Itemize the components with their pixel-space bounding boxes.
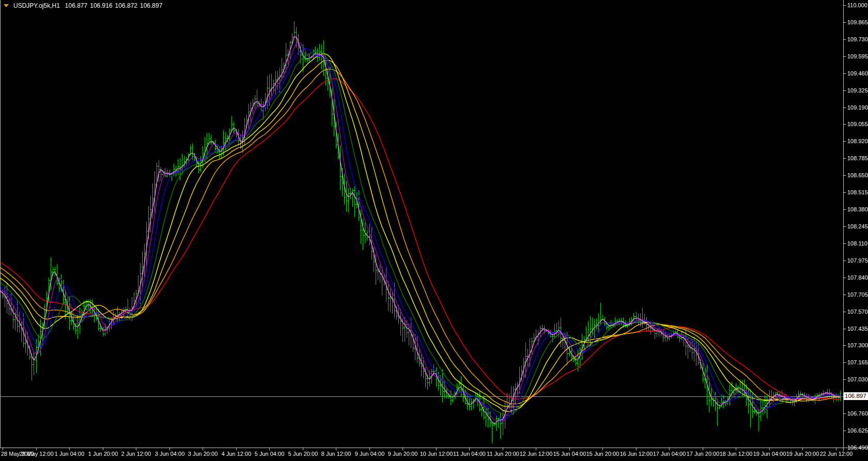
price-chart-canvas[interactable] — [0, 0, 868, 461]
symbol-period-label: USDJPY.oj5k,H1 — [13, 2, 60, 9]
quote-open: 106.877 — [65, 2, 87, 9]
quote-close: 106.897 — [140, 2, 162, 9]
current-price-badge: 106.897 — [844, 392, 868, 400]
chart-symbol-header: USDJPY.oj5k,H1 106.877 106.916 106.872 1… — [4, 2, 165, 9]
quote-high: 106.916 — [90, 2, 112, 9]
quote-low: 106.872 — [115, 2, 137, 9]
triangle-down-icon — [4, 4, 9, 7]
mt4-chart-window: USDJPY.oj5k,H1 106.877 106.916 106.872 1… — [0, 0, 868, 461]
